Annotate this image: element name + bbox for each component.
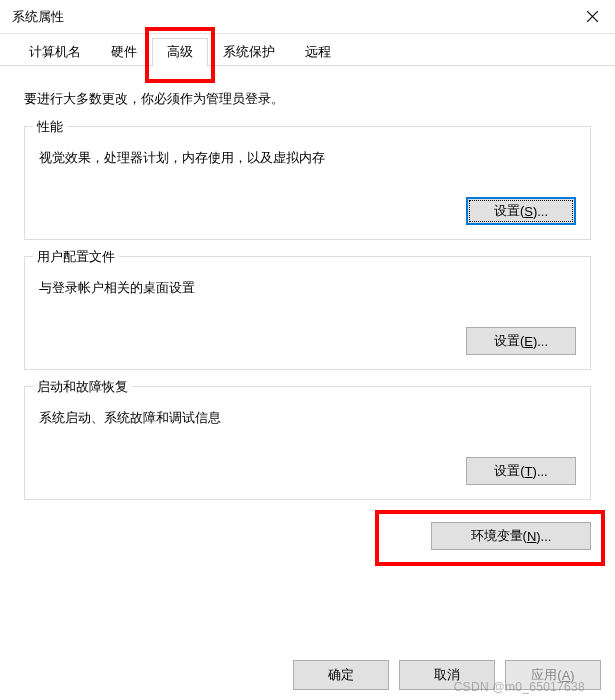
tab-advanced[interactable]: 高级 [152, 38, 208, 67]
environment-variables-button[interactable]: 环境变量(N)... [431, 522, 591, 550]
tab-row: 计算机名 硬件 高级 系统保护 远程 [0, 34, 615, 66]
cancel-button[interactable]: 取消 [399, 660, 495, 690]
startup-settings-button[interactable]: 设置(T)... [466, 457, 576, 485]
intro-text: 要进行大多数更改，你必须作为管理员登录。 [24, 90, 591, 108]
close-icon [587, 11, 598, 22]
titlebar: 系统属性 [0, 0, 615, 34]
groupbox-startup-btn-row: 设置(T)... [39, 457, 576, 485]
groupbox-profiles-title: 用户配置文件 [33, 248, 119, 266]
groupbox-startup-desc: 系统启动、系统故障和调试信息 [39, 409, 576, 427]
tab-remote[interactable]: 远程 [290, 38, 346, 66]
dialog-footer: 确定 取消 应用(A) [293, 660, 601, 690]
groupbox-startup: 启动和故障恢复 系统启动、系统故障和调试信息 设置(T)... [24, 386, 591, 500]
close-button[interactable] [569, 0, 615, 34]
groupbox-performance: 性能 视觉效果，处理器计划，内存使用，以及虚拟内存 设置(S)... [24, 126, 591, 240]
tab-content-advanced: 要进行大多数更改，你必须作为管理员登录。 性能 视觉效果，处理器计划，内存使用，… [0, 66, 615, 568]
groupbox-performance-btn-row: 设置(S)... [39, 197, 576, 225]
window-title: 系统属性 [12, 8, 64, 26]
groupbox-profiles-desc: 与登录帐户相关的桌面设置 [39, 279, 576, 297]
groupbox-profiles-btn-row: 设置(E)... [39, 327, 576, 355]
tab-advanced-label: 高级 [167, 44, 193, 59]
ok-button[interactable]: 确定 [293, 660, 389, 690]
tab-hardware[interactable]: 硬件 [96, 38, 152, 66]
tab-system-protection[interactable]: 系统保护 [208, 38, 290, 66]
groupbox-startup-title: 启动和故障恢复 [33, 378, 132, 396]
groupbox-profiles: 用户配置文件 与登录帐户相关的桌面设置 设置(E)... [24, 256, 591, 370]
tab-computer-name[interactable]: 计算机名 [14, 38, 96, 66]
dialog-body: 计算机名 硬件 高级 系统保护 远程 要进行大多数更改，你必须作为管理员登录。 … [0, 34, 615, 700]
apply-button[interactable]: 应用(A) [505, 660, 601, 690]
groupbox-performance-title: 性能 [33, 118, 67, 136]
performance-settings-button[interactable]: 设置(S)... [466, 197, 576, 225]
env-button-row: 环境变量(N)... [24, 516, 591, 556]
groupbox-performance-desc: 视觉效果，处理器计划，内存使用，以及虚拟内存 [39, 149, 576, 167]
profiles-settings-button[interactable]: 设置(E)... [466, 327, 576, 355]
